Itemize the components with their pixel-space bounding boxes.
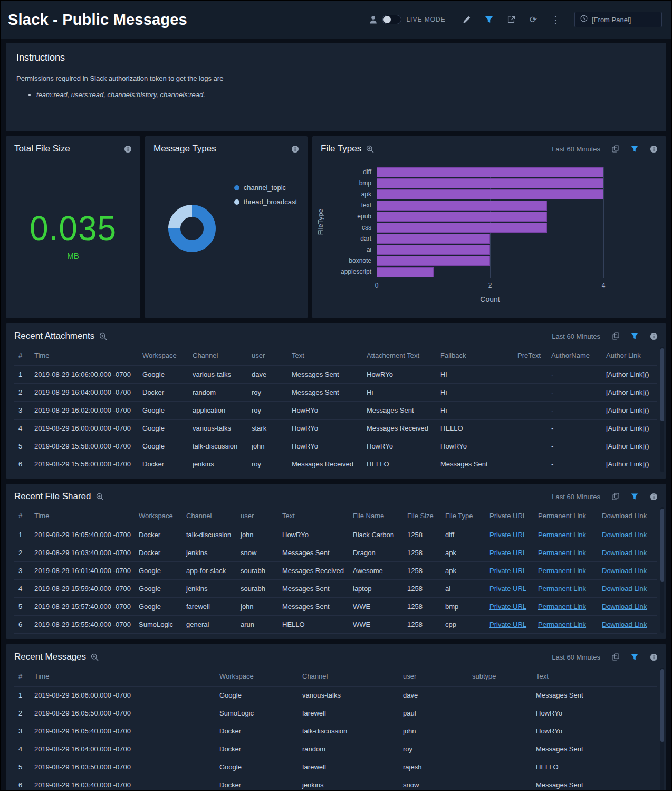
table-link[interactable]: Permanent Link (538, 531, 586, 539)
bar-bmp[interactable] (377, 178, 603, 188)
column-header[interactable]: Time (30, 666, 215, 687)
table-link[interactable]: Private URL (489, 567, 526, 575)
column-header[interactable]: Channel (298, 666, 399, 687)
column-header[interactable]: AuthorName (547, 346, 602, 366)
legend-item[interactable]: thread_broadcast (234, 198, 297, 206)
table-row[interactable]: 42019-08-29 15:59:40.000 -0700Googlejenk… (14, 580, 657, 598)
column-header[interactable]: subtype (468, 666, 532, 687)
table-scrollbar[interactable] (660, 507, 664, 633)
copy-icon[interactable] (612, 653, 619, 661)
column-header[interactable]: user (399, 666, 468, 687)
table-row[interactable]: 12019-08-29 16:05:40.000 -0700Dockertalk… (14, 526, 657, 544)
table-row[interactable]: 22019-08-29 16:04:00.000 -0700Dockerrand… (14, 384, 657, 402)
column-header[interactable]: Workspace (135, 506, 182, 526)
table-link[interactable]: Private URL (489, 621, 526, 628)
filter-funnel-icon[interactable] (631, 654, 638, 661)
share-icon[interactable] (507, 15, 516, 24)
table-row[interactable]: 62019-08-29 16:03:40.000 -0700Dockerjenk… (14, 776, 657, 791)
bar-diff[interactable] (377, 167, 603, 177)
bar-boxnote[interactable] (377, 256, 490, 266)
column-header[interactable]: File Name (349, 506, 403, 526)
table-link[interactable]: Download Link (602, 567, 647, 575)
scrollbar-thumb[interactable] (660, 669, 664, 742)
bar-ai[interactable] (377, 245, 490, 255)
table-link[interactable]: Permanent Link (538, 603, 586, 611)
column-header[interactable]: Private URL (485, 506, 534, 526)
column-header[interactable]: user (236, 506, 278, 526)
bar-text[interactable] (377, 201, 547, 211)
edit-pencil-icon[interactable] (463, 15, 471, 24)
table-row[interactable]: 42019-08-29 16:04:00.000 -0700Dockerrand… (14, 740, 657, 758)
message-types-donut[interactable] (168, 205, 216, 252)
table-row[interactable]: 32019-08-29 16:01:40.000 -0700Googleapp-… (14, 562, 657, 580)
table-row[interactable]: 62019-08-29 15:55:40.000 -0700SumoLogicg… (14, 616, 657, 634)
column-header[interactable]: Author Link (602, 346, 657, 366)
table-row[interactable]: 12019-08-29 16:06:00.000 -0700Googlevari… (14, 366, 657, 384)
bar-applescript[interactable] (377, 267, 434, 277)
table-row[interactable]: 12019-08-29 16:06:00.000 -0700Googlevari… (14, 687, 657, 704)
column-header[interactable]: # (14, 666, 30, 687)
table-link[interactable]: Private URL (489, 531, 526, 539)
table-row[interactable]: 62019-08-29 15:56:00.000 -0700Dockerjenk… (14, 455, 657, 473)
column-header[interactable]: # (14, 346, 30, 366)
column-header[interactable]: user (247, 346, 287, 366)
kebab-menu-icon[interactable]: ⋮ (551, 15, 561, 25)
info-icon[interactable] (650, 145, 658, 153)
copy-icon[interactable] (612, 145, 619, 153)
column-header[interactable]: Workspace (215, 666, 298, 687)
table-link[interactable]: Download Link (602, 549, 647, 557)
table-row[interactable]: 22019-08-29 16:03:40.000 -0700Dockerjenk… (14, 544, 657, 562)
live-mode-toggle[interactable] (382, 15, 401, 24)
refresh-icon[interactable]: ⟳ (530, 15, 537, 24)
zoom-in-icon[interactable] (96, 493, 104, 501)
info-icon[interactable] (650, 332, 658, 340)
info-icon[interactable] (650, 493, 658, 501)
column-header[interactable]: # (14, 506, 30, 526)
column-header[interactable]: Permanent Link (534, 506, 598, 526)
copy-icon[interactable] (612, 332, 619, 340)
table-link[interactable]: Private URL (489, 585, 526, 593)
legend-item[interactable]: channel_topic (234, 184, 297, 192)
table-row[interactable]: 22019-08-29 16:05:50.000 -0700SumoLogicf… (14, 704, 657, 722)
column-header[interactable]: Text (287, 346, 362, 366)
copy-icon[interactable] (612, 493, 619, 500)
column-header[interactable]: Workspace (138, 346, 188, 366)
column-header[interactable]: Fallback (436, 346, 513, 366)
table-link[interactable]: Permanent Link (538, 549, 586, 557)
scrollbar-thumb[interactable] (660, 509, 664, 582)
table-link[interactable]: Permanent Link (538, 621, 586, 628)
table-link[interactable]: Private URL (489, 549, 526, 557)
table-row[interactable]: 52019-08-29 16:03:50.000 -0700Googlefare… (14, 758, 657, 776)
user-icon[interactable] (369, 15, 377, 24)
zoom-in-icon[interactable] (366, 145, 374, 153)
filter-funnel-icon[interactable] (631, 493, 638, 500)
filter-funnel-icon[interactable] (631, 333, 638, 340)
column-header[interactable]: File Size (403, 506, 441, 526)
table-row[interactable]: 42019-08-29 16:00:00.000 -0700Googlevari… (14, 420, 657, 437)
table-scrollbar[interactable] (660, 347, 664, 472)
table-link[interactable]: Permanent Link (538, 567, 586, 575)
table-row[interactable]: 52019-08-29 15:58:00.000 -0700Googletalk… (14, 437, 657, 455)
bar-dart[interactable] (377, 234, 490, 244)
info-icon[interactable] (124, 145, 132, 153)
table-row[interactable]: 52019-08-29 15:57:40.000 -0700Googlefare… (14, 598, 657, 616)
table-scrollbar[interactable] (660, 668, 664, 791)
column-header[interactable]: Text (532, 666, 657, 687)
zoom-in-icon[interactable] (99, 332, 107, 340)
zoom-in-icon[interactable] (91, 653, 99, 661)
column-header[interactable]: PreText (513, 346, 547, 366)
table-link[interactable]: Download Link (602, 621, 647, 628)
table-link[interactable]: Download Link (602, 603, 647, 611)
info-icon[interactable] (650, 653, 658, 661)
info-icon[interactable] (291, 145, 299, 153)
column-header[interactable]: Download Link (598, 506, 657, 526)
column-header[interactable]: Time (30, 346, 138, 366)
bar-apk[interactable] (377, 189, 603, 199)
column-header[interactable]: Channel (182, 506, 236, 526)
bar-epub[interactable] (377, 212, 547, 222)
time-range-picker[interactable]: [From Panel] (574, 12, 662, 27)
column-header[interactable]: Time (30, 506, 135, 526)
table-link[interactable]: Private URL (489, 603, 526, 611)
bar-css[interactable] (377, 223, 547, 233)
column-header[interactable]: Text (278, 506, 349, 526)
